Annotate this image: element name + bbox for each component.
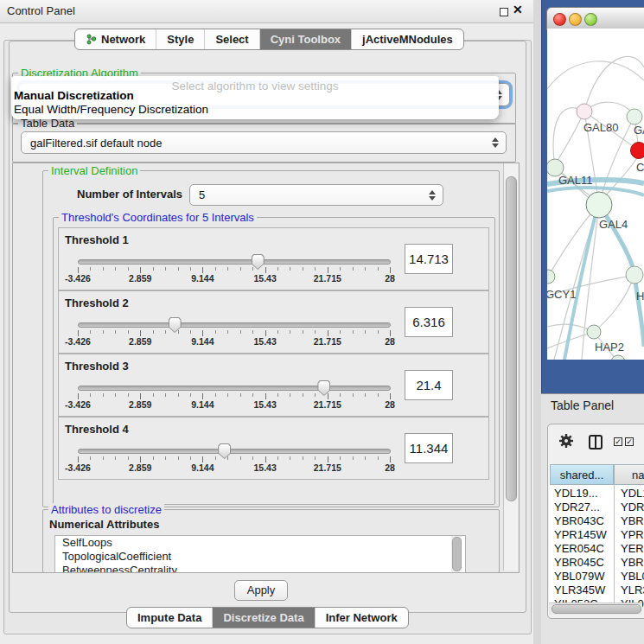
attribute-item[interactable]: BetweennessCentrality [55, 564, 465, 573]
table-data-value: galFiltered.sif default node [30, 137, 162, 150]
settings-scrollbar-thumb[interactable] [506, 176, 517, 501]
panel-divider[interactable] [533, 0, 541, 644]
threshold-2-value-field[interactable]: 6.316 [405, 307, 453, 337]
close-icon[interactable]: ✕ [513, 3, 523, 16]
tick-label: 2.859 [129, 462, 151, 473]
columns-icon[interactable] [589, 435, 603, 450]
apply-button[interactable]: Apply [234, 580, 288, 601]
tab-discretize-data-label: Discretize Data [223, 608, 303, 628]
node-label-gal4: GAL4 [599, 218, 628, 231]
tick-label: 15.43 [253, 462, 276, 473]
tab-cyni-toolbox[interactable]: Cyni Toolbox [259, 29, 351, 49]
mac-minimize-light[interactable] [569, 13, 582, 26]
screen: { "window": { "title": "Control Panel" }… [0, 0, 644, 644]
node-label-h-clipped: H [636, 290, 644, 303]
tick-label: 21.715 [314, 273, 341, 284]
number-of-intervals-value: 5 [199, 188, 205, 201]
network-window-titlebar[interactable] [546, 7, 644, 30]
tick-label: 28 [385, 462, 395, 473]
tab-impute-data[interactable]: Impute Data [127, 608, 212, 628]
interval-definition-group-label: Interval Definition [48, 164, 140, 177]
tab-network[interactable]: Network [75, 29, 156, 49]
table-row[interactable]: YBR043CYBR043C [550, 513, 644, 527]
float-window-icon[interactable] [500, 8, 508, 16]
tab-jactivemnodules[interactable]: jActiveMNodules [351, 29, 463, 49]
threshold-4-label: Threshold 4 [65, 423, 129, 436]
tab-select[interactable]: Select [204, 29, 258, 49]
attribute-item[interactable]: SelfLoops [55, 536, 465, 550]
popup-option-manual-discretization[interactable]: Manual Discretization [14, 89, 134, 102]
table-data-combobox[interactable]: galFiltered.sif default node [21, 131, 507, 154]
network-graph: GAL80 GA C GAL11 GAL4 GCY1 H HAP2 [547, 29, 644, 360]
node-gal-clipped[interactable] [627, 109, 642, 124]
threshold-4-slider-track[interactable] [78, 449, 391, 454]
column-header-name[interactable]: name [614, 464, 644, 485]
node-hap2[interactable] [587, 325, 601, 339]
popup-option-equal-width-frequency[interactable]: Equal Width/Frequency Discretization [14, 103, 208, 116]
node-gal80[interactable] [577, 104, 592, 119]
control-panel-tabs: Network Style Select Cyni Toolbox jActiv… [74, 29, 464, 50]
table-row[interactable]: YDL19...YDL19... [550, 486, 644, 500]
node-gcy1[interactable] [547, 270, 555, 284]
cyni-bottom-tabs: Impute Data Discretize Data Infer Networ… [126, 607, 409, 628]
control-panel-titlebar [0, 0, 534, 23]
number-of-intervals-label: Number of Intervals [77, 188, 182, 201]
tick-label: 28 [385, 399, 395, 410]
table-row[interactable]: YER054CYER054C [550, 541, 644, 555]
table-row[interactable]: YBL079WYBL079W [550, 569, 644, 583]
node-label-c-clipped: C [636, 161, 644, 174]
tick-label: 15.43 [253, 273, 276, 284]
node-red-selected[interactable] [631, 143, 644, 159]
threshold-4-panel: Threshold 4 -3.4262.8599.14415.4321.7152… [58, 417, 489, 480]
major-tick-marks [78, 456, 390, 462]
tick-label: -3.426 [65, 336, 91, 347]
table-row[interactable]: YPR145WYPR145W [550, 527, 644, 541]
threshold-3-panel: Threshold 3 -3.4262.8599.14415.4321.7152… [58, 354, 489, 417]
attributes-scrollbar-thumb[interactable] [452, 537, 462, 571]
gear-icon[interactable] [558, 433, 574, 449]
tick-label: 9.144 [191, 462, 214, 473]
tab-impute-data-label: Impute Data [137, 608, 201, 628]
network-view-canvas[interactable]: GAL80 GA C GAL11 GAL4 GCY1 H HAP2 [547, 29, 644, 360]
threshold-2-slider-track[interactable] [78, 322, 391, 328]
column-header-shared-name[interactable]: shared... [550, 464, 614, 485]
tab-discretize-data[interactable]: Discretize Data [212, 608, 314, 628]
tick-labels: -3.4262.8599.14415.4321.71528 [78, 273, 390, 284]
table-row[interactable]: YBR045CYBR045C [550, 555, 644, 569]
tick-label: 21.715 [314, 399, 341, 410]
tick-label: 15.43 [253, 399, 276, 410]
major-tick-marks [78, 393, 390, 399]
attributes-list-scrollbar[interactable] [451, 536, 462, 571]
node-h-clipped[interactable] [626, 266, 643, 284]
tick-label: 21.715 [314, 462, 341, 473]
tab-cyni-toolbox-label: Cyni Toolbox [271, 29, 341, 49]
mac-zoom-light[interactable] [584, 13, 597, 26]
tab-style-label: Style [167, 29, 194, 49]
checkbox-icon[interactable]: ✓ [625, 437, 634, 446]
tick-label: -3.426 [65, 462, 91, 473]
table-row[interactable]: YLR345WYLR345W [550, 583, 644, 596]
tick-label: 9.144 [191, 399, 214, 410]
table-row[interactable]: YDR27...YDR27... [550, 500, 644, 513]
table-panel-title: Table Panel [551, 399, 614, 412]
checkbox-icon[interactable]: ✓ [614, 437, 622, 446]
table-scrollbar-thumb[interactable] [552, 604, 641, 614]
threshold-3-slider-track[interactable] [78, 386, 391, 391]
threshold-4-value-field[interactable]: 11.344 [405, 433, 453, 463]
node-label-gcy1: GCY1 [547, 288, 576, 301]
threshold-1-slider-track[interactable] [78, 259, 391, 265]
number-of-intervals-combobox[interactable]: 5 [189, 184, 443, 206]
tick-label: 9.144 [191, 336, 214, 347]
node-gal4[interactable] [586, 192, 612, 218]
numerical-attributes-list[interactable]: SelfLoopsTopologicalCoefficientBetweenne… [54, 535, 466, 573]
threshold-3-value-field[interactable]: 21.4 [405, 370, 453, 400]
combo-arrows-icon [429, 190, 436, 201]
settings-scroll-viewport: Interval Definition Number of Intervals … [12, 163, 520, 573]
threshold-1-value-field[interactable]: 14.713 [405, 244, 453, 274]
attribute-item[interactable]: TopologicalCoefficient [55, 550, 465, 564]
threshold-2-label: Threshold 2 [65, 296, 129, 309]
tab-style[interactable]: Style [156, 29, 204, 49]
mac-close-light[interactable] [553, 13, 566, 26]
tab-infer-network[interactable]: Infer Network [315, 608, 408, 628]
threshold-1-panel: Threshold 1 -3.4262.8599.14415.4321.7152… [58, 227, 489, 290]
